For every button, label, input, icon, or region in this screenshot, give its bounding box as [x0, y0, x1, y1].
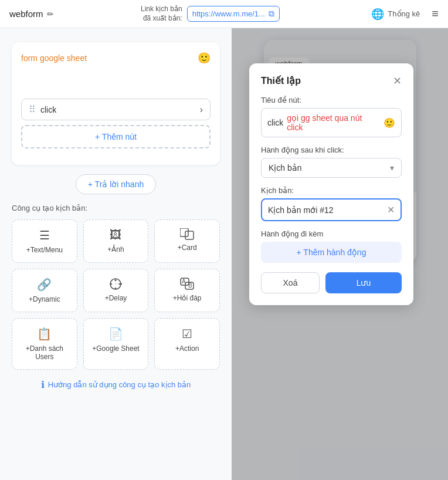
- drag-icon: ⠿: [29, 104, 36, 115]
- button-title-colored: gọi gg sheet qua nút click: [287, 113, 380, 132]
- dialog-footer: Xoá Lưu: [261, 272, 402, 293]
- main-content: form google sheet 🙂 ⠿ click › + Thêm nút…: [0, 28, 448, 480]
- scenario-value: Kịch bản mới #12: [268, 205, 334, 215]
- form-title: form google sheet: [21, 53, 87, 63]
- tool-user-list-label: +Danh sách Users: [26, 344, 63, 361]
- input-emoji-icon[interactable]: 🙂: [383, 117, 395, 129]
- google-sheet-icon: 📄: [108, 327, 123, 341]
- stats-icon: 🌐: [371, 8, 384, 21]
- topbar-right: 🌐 Thống kê ≡: [366, 5, 439, 23]
- dialog-title: Thiết lập: [261, 75, 301, 86]
- svg-rect-6: [110, 283, 112, 285]
- scenario-section: Kịch bản: Kịch bản mới #12 ✕: [261, 186, 402, 221]
- app-title: webform: [9, 9, 43, 19]
- close-button[interactable]: ✕: [393, 76, 402, 86]
- dynamic-icon: 🔗: [37, 278, 52, 292]
- tool-dynamic[interactable]: 🔗 +Dynamic: [12, 269, 77, 312]
- click-label: click: [40, 105, 200, 114]
- svg-rect-1: [185, 231, 194, 239]
- emoji-button[interactable]: 🙂: [198, 52, 211, 65]
- dialog-overlay: Thiết lập ✕ Tiêu đề nút: click gọi gg sh…: [232, 28, 448, 480]
- link-box: https://www.m.me/1... ⧉: [187, 6, 280, 22]
- user-list-icon: 📋: [37, 327, 52, 341]
- svg-text:··•: ··•: [114, 282, 122, 287]
- save-button[interactable]: Lưu: [325, 272, 402, 293]
- tool-delay-label: +Delay: [105, 294, 127, 302]
- card-icon: [180, 228, 194, 240]
- tool-qa-label: +Hỏi đáp: [173, 294, 202, 302]
- side-actions-label: Hành động đi kèm: [261, 229, 402, 238]
- action-label: Hành động sau khi click:: [261, 146, 402, 154]
- tool-action-label: +Action: [175, 344, 199, 353]
- form-card-body: [21, 69, 211, 99]
- form-card: form google sheet 🙂 ⠿ click › + Thêm nút: [12, 42, 220, 165]
- scenario-input[interactable]: Kịch bản mới #12 ✕: [261, 198, 402, 221]
- copy-icon[interactable]: ⧉: [269, 9, 274, 19]
- quick-reply-button[interactable]: + Trả lời nhanh: [76, 174, 156, 194]
- side-actions-section: Hành động đi kèm + Thêm hành động: [261, 229, 402, 263]
- dialog-header: Thiết lập ✕: [261, 75, 402, 86]
- action-select[interactable]: Kịch bản ▾: [261, 158, 402, 178]
- delay-icon: ··•: [109, 278, 122, 290]
- tool-google-sheet-label: +Google Sheet: [92, 344, 139, 353]
- tool-card-label: +Card: [178, 244, 197, 252]
- action-icon: ☑: [182, 327, 192, 341]
- tool-action[interactable]: ☑ +Action: [154, 318, 220, 370]
- tool-text-menu[interactable]: ☰ +Text/Menu: [12, 219, 77, 263]
- add-action-button[interactable]: + Thêm hành động: [261, 242, 402, 263]
- action-dropdown-arrow: ▾: [390, 163, 394, 173]
- tool-image-label: +Ảnh: [107, 245, 124, 253]
- click-row[interactable]: ⠿ click ›: [21, 99, 211, 120]
- guide-link[interactable]: ℹ Hướng dẫn sử dụng công cụ tạo kịch bản: [12, 379, 220, 390]
- link-url[interactable]: https://www.m.me/1...: [192, 9, 265, 18]
- svg-rect-5: [115, 288, 117, 289]
- svg-rect-3: [115, 279, 117, 281]
- form-card-header: form google sheet 🙂: [21, 52, 211, 65]
- topbar-center: Link kịch bản đã xuất bản: https://www.m…: [141, 5, 280, 23]
- image-icon: 🖼: [110, 228, 121, 242]
- stats-button[interactable]: 🌐 Thống kê: [366, 5, 425, 23]
- add-button[interactable]: + Thêm nút: [21, 125, 211, 148]
- svg-rect-0: [180, 228, 188, 236]
- qa-icon: A B: [180, 278, 194, 290]
- button-title-click: click: [267, 118, 283, 127]
- link-label: Link kịch bản đã xuất bản:: [141, 5, 182, 23]
- svg-text:B: B: [188, 282, 192, 289]
- tool-image[interactable]: 🖼 +Ảnh: [83, 219, 149, 263]
- tool-card[interactable]: +Card: [154, 219, 220, 263]
- action-selected-text: Kịch bản: [269, 163, 302, 173]
- delete-button[interactable]: Xoá: [261, 272, 320, 293]
- guide-info-icon: ℹ: [41, 379, 45, 390]
- button-title-input[interactable]: click gọi gg sheet qua nút click 🙂: [261, 108, 402, 137]
- left-panel: form google sheet 🙂 ⠿ click › + Thêm nút…: [0, 28, 232, 480]
- right-panel: webform Thiết lập ✕ Tiêu đề nút: click g…: [232, 28, 448, 480]
- scenario-clear-button[interactable]: ✕: [387, 204, 395, 215]
- tool-dynamic-label: +Dynamic: [29, 295, 60, 303]
- menu-icon[interactable]: ≡: [432, 7, 439, 21]
- topbar-left: webform ✏: [9, 9, 54, 19]
- tool-qa[interactable]: A B +Hỏi đáp: [154, 269, 220, 312]
- tools-label: Công cụ tạo kịch bản:: [12, 204, 220, 212]
- settings-dialog: Thiết lập ✕ Tiêu đề nút: click gọi gg sh…: [249, 63, 413, 305]
- text-menu-icon: ☰: [39, 228, 50, 242]
- edit-icon[interactable]: ✏: [47, 9, 54, 19]
- scenario-label: Kịch bản:: [261, 186, 402, 195]
- tool-google-sheet[interactable]: 📄 +Google Sheet: [83, 318, 149, 370]
- arrow-icon: ›: [200, 104, 203, 115]
- button-title-label: Tiêu đề nút:: [261, 96, 402, 104]
- tools-grid: ☰ +Text/Menu 🖼 +Ảnh +Card 🔗 +Dynamic: [12, 219, 220, 370]
- topbar: webform ✏ Link kịch bản đã xuất bản: htt…: [0, 0, 448, 28]
- tool-delay[interactable]: ··• +Delay: [83, 269, 149, 312]
- tool-text-menu-label: +Text/Menu: [26, 246, 63, 254]
- tool-user-list[interactable]: 📋 +Danh sách Users: [12, 318, 77, 370]
